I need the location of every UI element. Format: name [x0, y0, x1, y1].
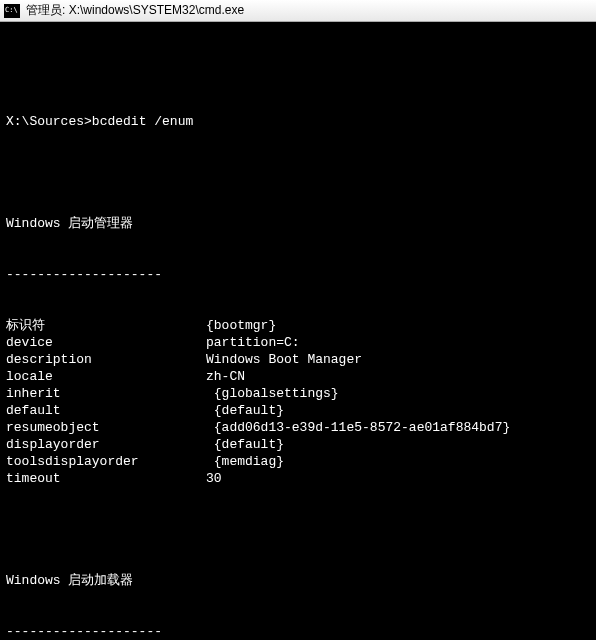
blank-line	[6, 521, 590, 538]
config-value: {globalsettings}	[206, 385, 590, 402]
config-value: {default}	[206, 436, 590, 453]
section-heading: Windows 启动管理器	[6, 215, 590, 232]
config-key: toolsdisplayorder	[6, 453, 206, 470]
config-value: Windows Boot Manager	[206, 351, 590, 368]
config-value: zh-CN	[206, 368, 590, 385]
config-row: descriptionWindows Boot Manager	[6, 351, 590, 368]
prompt-line: X:\Sources>bcdedit /enum	[6, 113, 590, 130]
config-value: {memdiag}	[206, 453, 590, 470]
config-row: toolsdisplayorder {memdiag}	[6, 453, 590, 470]
terminal-output[interactable]: X:\Sources>bcdedit /enum Windows 启动管理器 -…	[0, 22, 596, 640]
config-row: devicepartition=C:	[6, 334, 590, 351]
config-row: timeout30	[6, 470, 590, 487]
section-heading: Windows 启动加载器	[6, 572, 590, 589]
command-text: bcdedit /enum	[92, 114, 193, 129]
config-row: 标识符{bootmgr}	[6, 317, 590, 334]
section-divider: --------------------	[6, 266, 590, 283]
config-value: {add06d13-e39d-11e5-8572-ae01af884bd7}	[206, 419, 590, 436]
config-key: locale	[6, 368, 206, 385]
cmd-icon	[4, 4, 20, 18]
config-key: inherit	[6, 385, 206, 402]
config-key: default	[6, 402, 206, 419]
config-row: default {default}	[6, 402, 590, 419]
config-row: resumeobject {add06d13-e39d-11e5-8572-ae…	[6, 419, 590, 436]
config-value: {bootmgr}	[206, 317, 590, 334]
window-titlebar[interactable]: 管理员: X:\windows\SYSTEM32\cmd.exe	[0, 0, 596, 22]
config-row: localezh-CN	[6, 368, 590, 385]
config-key: resumeobject	[6, 419, 206, 436]
config-value: partition=C:	[206, 334, 590, 351]
window-title: 管理员: X:\windows\SYSTEM32\cmd.exe	[26, 2, 244, 19]
blank-line	[6, 62, 590, 79]
config-key: description	[6, 351, 206, 368]
prompt-path: X:\Sources>	[6, 114, 92, 129]
config-key: timeout	[6, 470, 206, 487]
config-value: {default}	[206, 402, 590, 419]
config-value: 30	[206, 470, 590, 487]
section-divider: --------------------	[6, 623, 590, 640]
blank-line	[6, 164, 590, 181]
config-row: inherit {globalsettings}	[6, 385, 590, 402]
config-key: device	[6, 334, 206, 351]
config-key: 标识符	[6, 317, 206, 334]
config-key: displayorder	[6, 436, 206, 453]
config-row: displayorder {default}	[6, 436, 590, 453]
